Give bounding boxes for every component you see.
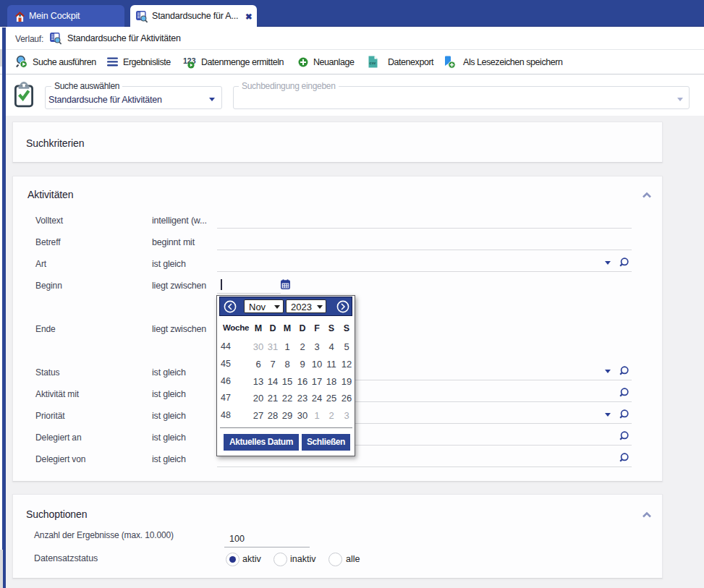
- svg-text:csv: csv: [370, 61, 376, 65]
